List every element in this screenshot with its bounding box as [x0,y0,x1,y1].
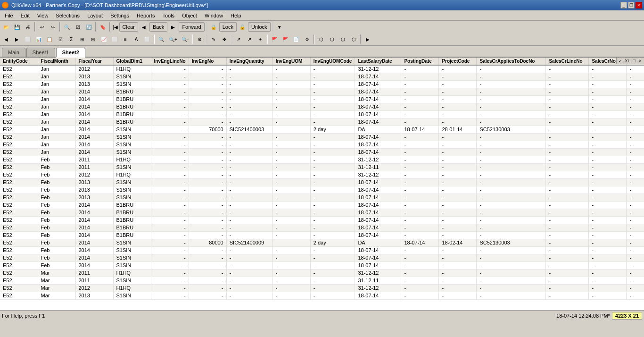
table-row[interactable]: E52Jan2013S1SIN-----18-07-14-------- [0,80,644,88]
tb-nav-first[interactable]: |◀ [112,25,119,30]
table-row[interactable]: E52Feb2013S1SIN-----18-07-14-------- [0,178,644,186]
col-header-invengno[interactable]: InvEngNo [189,58,226,65]
table-row[interactable]: E52Jan2012H1HQ-----31-12-12-------- [0,65,644,73]
tb2-8[interactable]: ⊞ [77,34,87,44]
tb2-17[interactable]: 🔍- [180,34,190,44]
tb2-13[interactable]: A [131,34,141,44]
data-table-container[interactable]: EntityCodeFiscalMonthFiscalYearGlobalDim… [0,58,644,310]
tb2-more2[interactable]: ⬡ [327,34,337,44]
menu-item-help[interactable]: Help [227,10,245,20]
tb2-settings[interactable]: ⚙ [302,34,312,44]
tb2-3[interactable]: ⬜ [23,34,33,44]
table-row[interactable]: E52Jan2014B1BRU-----18-07-14-------- [0,118,644,126]
tb-refresh[interactable]: 🔄 [83,22,94,32]
tb2-arrow[interactable]: ↗ [233,34,244,44]
menu-item-layout[interactable]: Layout [83,10,107,20]
table-row[interactable]: E52Jan2014S1SIN-----18-07-14-------- [0,141,644,148]
tb2-flag2[interactable]: 🚩 [280,34,290,44]
clear-button[interactable]: Clear [119,22,138,32]
menu-item-tools[interactable]: Tools [158,10,178,20]
tb2-more4[interactable]: ⬡ [348,34,359,44]
col-header-projectcode[interactable]: ProjectCode [439,58,477,65]
back-button[interactable]: Back [149,22,167,32]
tb-select-all[interactable]: ☑ [73,22,83,32]
menu-item-selections[interactable]: Selections [52,10,83,20]
table-row[interactable]: E52Feb2014S1SIN-----18-07-14-------- [0,254,644,261]
col-header-salescrlineno[interactable]: SalesCrLineNo [546,58,589,65]
menu-item-file[interactable]: File [1,10,17,20]
col-header-invenguom[interactable]: InvEngUOM [272,58,310,65]
menu-item-edit[interactable]: Edit [17,10,33,20]
maximize-content-btn[interactable]: □ [632,58,636,64]
table-row[interactable]: E52Jan2014B1BRU-----18-07-14-------- [0,103,644,110]
tb2-5[interactable]: 📋 [44,34,55,44]
col-header-fiscalmonth[interactable]: FiscalMonth [38,58,75,65]
tb-save[interactable]: 💾 [12,22,22,32]
tb2-1[interactable]: ◀ [1,34,11,44]
table-row[interactable]: E52Mar2013S1SIN-----18-07-14-------- [0,292,644,299]
col-header-postingdate[interactable]: PostingDate [401,58,439,65]
tb2-16[interactable]: 🔍+ [167,34,179,44]
tb2-doc[interactable]: 📄 [291,34,301,44]
table-row[interactable]: E52Jan2014S1SIN-70000SIC5214000032 dayDA… [0,126,644,133]
table-row[interactable]: E52Feb2013S1SIN-----18-07-14-------- [0,186,644,194]
menu-item-settings[interactable]: Settings [107,10,133,20]
tb2-arrow2[interactable]: ↗ [244,34,255,44]
table-row[interactable]: E52Feb2011H1HQ-----31-12-12-------- [0,156,644,163]
tb2-18[interactable]: ⚙ [194,34,205,44]
tb2-edit[interactable]: ✎ [208,34,219,44]
table-row[interactable]: E52Jan2013S1SIN-----18-07-14-------- [0,73,644,80]
close-button[interactable]: ✕ [636,2,642,8]
tb-forward-icon[interactable]: ▶ [168,22,178,32]
table-row[interactable]: E52Feb2013S1SIN-----18-07-14-------- [0,194,644,201]
col-header-globaldim1[interactable]: GlobalDim1 [113,58,151,65]
restore-small-btn[interactable]: ↙ [618,58,623,64]
tb2-15[interactable]: 🔍 [156,34,166,44]
close-content-btn[interactable]: ✕ [637,58,643,64]
menu-item-reports[interactable]: Reports [133,10,159,20]
table-row[interactable]: E52Feb2014S1SIN-----18-07-14-------- [0,246,644,254]
table-row[interactable]: E52Feb2014B1BRU-----18-07-14-------- [0,209,644,216]
tab-sheet1[interactable]: Sheet1 [26,48,55,57]
menu-item-view[interactable]: View [33,10,52,20]
col-header-fiscalyear[interactable]: FiscalYear [75,58,113,65]
tb-search[interactable]: 🔍 [62,22,72,32]
col-header-lastsalarydate[interactable]: LastSalaryDate [355,58,401,65]
table-row[interactable]: E52Feb2011S1SIN-----31-12-11-------- [0,163,644,171]
tb2-4[interactable]: 📊 [33,34,44,44]
tb-print[interactable]: 🖨 [23,22,33,32]
tb2-10[interactable]: 📈 [99,34,109,44]
table-row[interactable]: E52Feb2012H1HQ-----31-12-12-------- [0,171,644,178]
tb2-12[interactable]: ≡ [120,34,131,44]
table-row[interactable]: E52Jan2014S1SIN-----18-07-14-------- [0,148,644,156]
minimize-button[interactable]: _ [620,2,627,8]
tb-open[interactable]: 📂 [1,22,11,32]
table-row[interactable]: E52Feb2014S1SIN-80000SIC5214000092 dayDA… [0,239,644,246]
col-header-entitycode[interactable]: EntityCode [0,58,38,65]
tb-unlock-icon[interactable]: 🔓 [237,22,248,32]
menu-item-object[interactable]: Object [178,10,201,20]
tb-dropdown[interactable]: ▼ [274,22,285,32]
tb-redo[interactable]: ↪ [48,22,58,32]
table-row[interactable]: E52Feb2014B1BRU-----18-07-14-------- [0,201,644,209]
col-header-invenguomcode[interactable]: InvEngUOMCode [310,58,355,65]
tb-back-icon[interactable]: ◀ [139,22,149,32]
table-row[interactable]: E52Jan2014B1BRU-----18-07-14-------- [0,110,644,118]
tb2-11[interactable]: ⬜ [109,34,120,44]
tb2-6[interactable]: ☑ [55,34,66,44]
menu-item-window[interactable]: Window [201,10,227,20]
tb2-7[interactable]: Σ [66,34,76,44]
tb2-flag[interactable]: 🚩 [269,34,280,44]
forward-button[interactable]: Forward [179,22,204,32]
xl-btn[interactable]: XL [624,58,631,64]
tb2-end[interactable]: ▶ [363,34,373,44]
col-header-salescrappliestodocno[interactable]: SalesCrAppliesToDocNo [477,58,546,65]
tb-undo[interactable]: ↩ [37,22,47,32]
tb2-2[interactable]: ▶ [12,34,22,44]
col-header-invengquantity[interactable]: InvEngQuantity [226,58,272,65]
tb2-more1[interactable]: ⬡ [316,34,326,44]
tab-sheet2[interactable]: Sheet2 [56,48,85,58]
tb2-move[interactable]: ✥ [219,34,230,44]
tb2-9[interactable]: ⊟ [88,34,98,44]
table-row[interactable]: E52Feb2014S1SIN-----18-07-14-------- [0,261,644,269]
